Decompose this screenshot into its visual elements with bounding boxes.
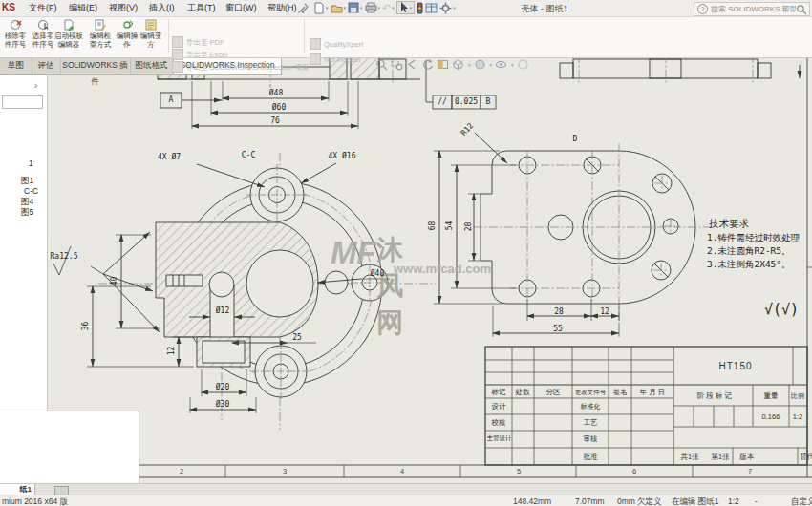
tab-sketch[interactable]: 草图: [0, 57, 32, 74]
button-label: 查方式: [90, 40, 112, 49]
export-excel-icon: [172, 49, 183, 60]
tb-version: 版本: [736, 453, 759, 462]
tb-scale-val: 1:2: [788, 412, 807, 421]
caret-icon[interactable]: ▾: [453, 5, 456, 11]
dim-36: 36: [81, 316, 90, 337]
caret-icon[interactable]: ▾: [392, 5, 395, 11]
appearance-icon[interactable]: [517, 58, 529, 71]
menu-insert[interactable]: 插入(I): [149, 2, 175, 14]
caret-icon[interactable]: ▾: [360, 5, 363, 11]
qualityxpert-item[interactable]: QualityXpert: [324, 40, 363, 49]
tb-zone: 分区: [537, 388, 569, 397]
zone-label: 4: [393, 467, 412, 475]
settings-gear-button[interactable]: ▾: [439, 2, 456, 14]
dim-12b: 12: [590, 307, 619, 316]
tab-evaluate[interactable]: 评估: [32, 57, 61, 74]
qualityxpert-icon: [310, 38, 321, 50]
zone-label: 7: [740, 467, 759, 475]
menu-view[interactable]: 视图(V): [109, 2, 138, 14]
tab-sheet-format[interactable]: 图纸格式: [130, 57, 174, 74]
print-button[interactable]: ▾: [365, 2, 381, 13]
view-orientation-icon[interactable]: [452, 58, 464, 71]
menu-help[interactable]: 帮助(H): [267, 2, 297, 14]
previous-view-icon[interactable]: [406, 58, 418, 71]
dim-dia20: Ø20: [202, 383, 244, 391]
export-excel-item[interactable]: 导出至 Excel: [186, 51, 227, 60]
flyout-arrow-icon[interactable]: ›: [34, 80, 37, 91]
caret-icon[interactable]: ▾: [511, 62, 514, 68]
right-view: [434, 133, 715, 337]
button-label: 移除零: [5, 32, 27, 40]
open-doc-button[interactable]: ▾: [331, 2, 347, 14]
caret-icon[interactable]: ▾: [326, 5, 329, 11]
display-style-icon[interactable]: [474, 58, 486, 71]
remove-balloon-button[interactable]: 移除零件序号: [0, 19, 31, 49]
watermark-url: www.mfcad.com: [394, 262, 491, 276]
menu-edit[interactable]: 编辑(E): [69, 2, 97, 14]
status-scale: 1:2: [728, 496, 739, 506]
zoom-area-icon[interactable]: [391, 58, 403, 71]
select-tool-button[interactable]: ▾: [396, 1, 416, 14]
edit-inspection-method-button[interactable]: 编辑检查方式: [85, 19, 116, 49]
datum-a-label: A: [160, 95, 182, 104]
tree-item[interactable]: 1: [29, 158, 33, 168]
hide-show-items-icon[interactable]: [495, 58, 507, 71]
rebuild-button[interactable]: [417, 2, 423, 14]
caret-icon[interactable]: ▾: [344, 5, 347, 11]
dim-54: 54: [445, 216, 454, 237]
search-icon[interactable]: [796, 4, 807, 15]
button-label: 编辑变: [140, 32, 162, 40]
tree-filter-input[interactable]: [2, 95, 43, 109]
tree-item[interactable]: 图5: [21, 207, 33, 219]
menu-bar: KS 文件(F) 编辑(E) 视图(V) 插入(I) 工具(T) 窗口(W) 帮…: [0, 0, 812, 17]
button-label: 编辑器: [58, 40, 80, 49]
undo-button[interactable]: ↶▾: [382, 2, 395, 14]
options-grid-button[interactable]: [425, 2, 438, 14]
edit-variant-button[interactable]: 编辑变方: [136, 19, 166, 49]
tb-count: 处数: [513, 388, 532, 397]
solidworks-window: MF 沐风网 www.mfcad.com Ø48 Ø60 76 A // 0.0…: [0, 0, 812, 506]
caret-icon[interactable]: ▾: [410, 5, 413, 11]
dim-76: 76: [246, 116, 304, 125]
section-view-icon[interactable]: [437, 58, 449, 71]
save-button[interactable]: ▾: [348, 2, 363, 13]
dim-55: 55: [539, 325, 577, 333]
help-search-box[interactable]: ? 搜索 SOLIDWORKS 帮助: [694, 2, 810, 16]
rotate-view-icon[interactable]: [421, 58, 434, 71]
caret-icon[interactable]: ▾: [490, 62, 493, 68]
tb-weight-val: 0.166: [755, 412, 787, 421]
tab-addins[interactable]: SOLIDWORKS 插件: [60, 57, 131, 74]
status-z: 0mm: [617, 496, 635, 506]
status-editing: 在编辑 图纸1: [672, 496, 719, 506]
export-project-icon: [172, 61, 183, 73]
tree-item[interactable]: C-C: [24, 186, 38, 196]
template-doc-icon: [63, 19, 75, 31]
inspection-ribbon: 移除零件序号 选择零件序号 启动模板编辑器 编辑检查方式 编辑操作 编辑变方 导…: [0, 16, 812, 58]
pin-icon[interactable]: [298, 3, 309, 13]
template-editor-button[interactable]: 启动模板编辑器: [53, 19, 85, 49]
menu-file[interactable]: 文件(F): [29, 2, 57, 14]
zone-label: 6: [625, 467, 644, 475]
search-placeholder: 搜索 SOLIDWORKS 帮助: [711, 4, 796, 14]
label-4x7: 4X Ø7: [145, 153, 193, 161]
tb-approve: 批准: [573, 453, 608, 462]
zone-label: 3: [275, 467, 294, 475]
tb-sheets-total: 共1张: [676, 453, 703, 462]
status-custom: 自定义: [791, 496, 812, 506]
undo-icon[interactable]: ↶: [382, 2, 391, 14]
caret-icon[interactable]: ▾: [468, 62, 471, 68]
menu-tools[interactable]: 工具(T): [187, 2, 216, 14]
zoom-fit-icon[interactable]: [375, 58, 388, 71]
watermark-logo: MF: [331, 235, 376, 271]
button-label: 件序号: [5, 40, 27, 49]
zone-label: 2: [172, 467, 191, 475]
export-project-item[interactable]: 导出至 SOLIDWORKS Inspection 项目: [186, 63, 310, 73]
menu-window[interactable]: 窗口(W): [225, 2, 257, 14]
label-section-cc: C-C: [231, 151, 266, 159]
new-doc-button[interactable]: ▾: [313, 2, 329, 14]
caret-icon[interactable]: ▾: [378, 5, 381, 11]
status-bar: mium 2016 x64 版 148.42mm 7.07mm 0mm 欠定义 …: [0, 495, 812, 506]
export-pdf-item[interactable]: 导出至 PDF: [186, 38, 224, 48]
net-inspect-item[interactable]: Net-Inspect: [324, 55, 360, 64]
edit-operation-icon: [121, 19, 133, 31]
